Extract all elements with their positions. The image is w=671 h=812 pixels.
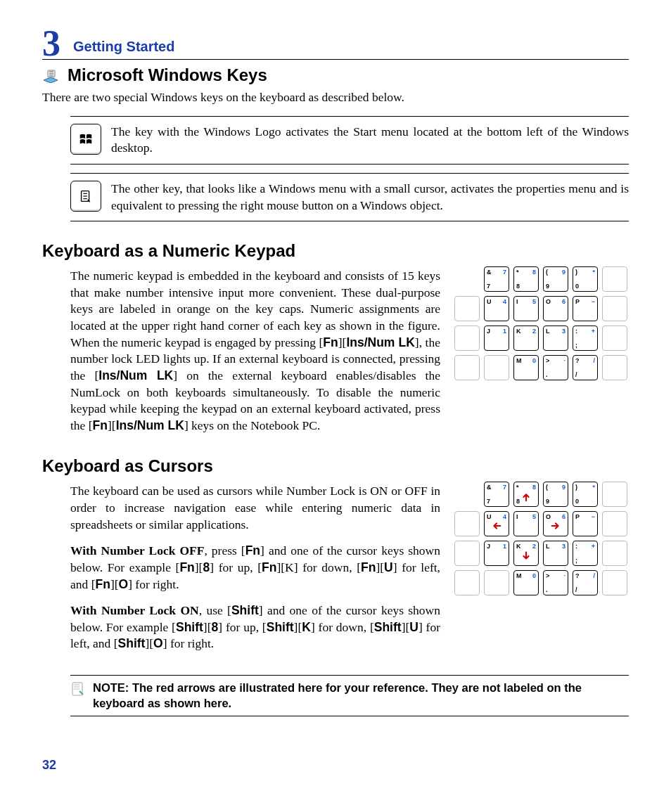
numlock-off-paragraph: With Number Lock OFF, press [Fn] and one… [70,543,440,593]
keypad-key: >·. [543,570,568,595]
windows-key-icon [42,67,60,83]
section-heading-numeric-keypad: Keyboard as a Numeric Keypad [42,241,629,261]
keypad-key: K2 [513,541,539,566]
chapter-title: Getting Started [73,39,174,58]
keypad-key: J1 [484,541,509,566]
keypad-key: K2 [513,326,539,351]
numeric-keypad-paragraph: The numeric keypad is embedded in the ke… [70,268,440,434]
keypad-key: P− [573,296,598,321]
keypad-key: >·. [543,355,568,380]
keypad-key: U4 [484,296,509,321]
section-heading-windows-keys: Microsoft Windows Keys [42,65,629,85]
keypad-key: )*0 [573,482,598,507]
chapter-number: 3 [42,25,60,62]
keypad-key: O6 [543,296,568,321]
windows-logo-keycap [70,124,101,155]
keypad-key: (99 [543,266,568,292]
keypad-key: J1 [484,326,509,351]
keypad-key: L3 [543,326,568,351]
keypad-key: &77 [484,266,509,292]
windows-logo-icon [78,131,94,147]
svg-marker-0 [44,77,58,83]
menu-key-desc: The other key, that looks like a Windows… [111,181,629,214]
keypad-key: (99 [543,482,568,507]
keypad-key: &77 [484,482,509,507]
keypad-key: P− [573,511,598,536]
keypad-key: ?// [573,570,598,595]
keypad-key: :+; [573,326,598,351]
menu-key-row: The other key, that looks like a Windows… [70,173,629,221]
keypad-key: M0 [513,355,539,380]
context-menu-icon [78,188,94,204]
keypad-key: :+; [573,541,598,566]
menu-keycap [70,181,101,212]
cursor-keypad-diagram: &77*88(99)*0U4I5O6P−J1K2L3:+;M0>·.?// [453,480,629,597]
keypad-key: L3 [543,541,568,566]
keypad-key: U4 [484,511,509,536]
note-text: NOTE: The red arrows are illustrated her… [93,680,629,711]
windows-logo-key-desc: The key with the Windows Logo activates … [111,124,629,157]
note-box: NOTE: The red arrows are illustrated her… [70,675,629,716]
keypad-key: I5 [513,296,539,321]
cursors-intro: The keyboard can be used as cursors whil… [70,483,440,533]
keypad-key: )*0 [573,266,598,292]
keypad-key: O6 [543,511,568,536]
note-icon [70,681,86,697]
keypad-key: I5 [513,511,539,536]
page-number: 32 [42,758,56,773]
windows-logo-key-row: The key with the Windows Logo activates … [70,116,629,165]
section-title-text: Microsoft Windows Keys [68,65,267,85]
keypad-key: ?// [573,355,598,380]
numeric-keypad-diagram: &77*88(99)*0U4I5O6P−J1K2L3:+;M0>·.?// [453,265,629,382]
section1-intro: There are two special Windows keys on th… [42,89,629,106]
section-heading-cursors: Keyboard as Cursors [42,456,629,476]
keypad-key: *88 [513,266,539,292]
chapter-header: 3 Getting Started [42,21,629,60]
numlock-on-paragraph: With Number Lock ON, use [Shift] and one… [70,602,440,652]
keypad-key: *88 [513,482,539,507]
keypad-key: M0 [513,570,539,595]
